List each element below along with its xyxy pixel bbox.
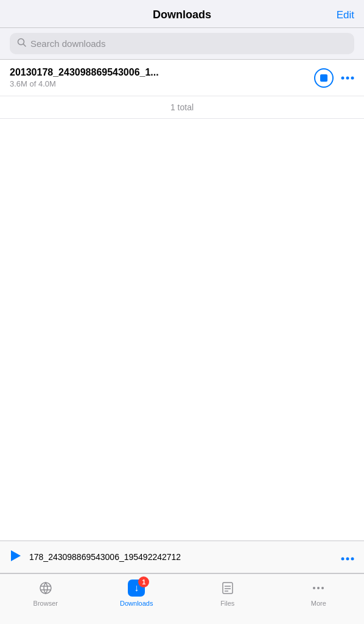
more-icon	[310, 580, 326, 596]
download-more-button[interactable]	[341, 76, 354, 80]
downloads-icon-wrap: ↓ 1	[127, 579, 145, 597]
search-container: Search downloads	[0, 28, 364, 60]
mini-player: 178_243098869543006_195492242712	[0, 541, 364, 573]
download-item: 20130178_243098869543006_1... 3.6M of 4.…	[0, 60, 364, 96]
play-button[interactable]	[10, 549, 22, 566]
tab-downloads[interactable]: ↓ 1 Downloads	[91, 579, 183, 607]
more-icon-wrap	[309, 579, 327, 597]
download-filename: 20130178_243098869543006_1...	[10, 67, 308, 78]
svg-point-14	[313, 587, 315, 589]
files-tab-label: Files	[220, 600, 234, 607]
edit-button[interactable]: Edit	[337, 9, 354, 21]
total-count: 1 total	[0, 96, 364, 119]
tab-files[interactable]: Files	[182, 579, 273, 607]
search-icon	[17, 38, 27, 49]
svg-point-15	[317, 587, 320, 589]
download-info: 20130178_243098869543006_1... 3.6M of 4.…	[10, 67, 308, 88]
svg-point-3	[346, 76, 349, 79]
content-area: 20130178_243098869543006_1... 3.6M of 4.…	[0, 60, 364, 119]
svg-point-4	[351, 76, 354, 79]
svg-point-2	[341, 76, 345, 79]
stop-icon	[320, 74, 327, 82]
stop-download-button[interactable]	[314, 68, 334, 88]
svg-point-6	[346, 557, 349, 560]
search-bar[interactable]: Search downloads	[10, 33, 354, 54]
browser-icon-wrap	[37, 579, 55, 597]
more-tab-label: More	[311, 600, 326, 607]
svg-point-16	[321, 587, 324, 589]
search-placeholder: Search downloads	[30, 38, 105, 49]
downloads-badge: 1	[138, 576, 149, 587]
tab-bar: Browser ↓ 1 Downloads Files	[0, 573, 364, 624]
svg-line-1	[23, 44, 26, 46]
downloads-tab-label: Downloads	[120, 600, 153, 607]
page-title: Downloads	[153, 9, 211, 21]
tab-browser[interactable]: Browser	[0, 579, 91, 607]
browser-tab-label: Browser	[33, 600, 58, 607]
header: Downloads Edit	[0, 0, 364, 28]
browser-icon	[38, 580, 54, 596]
download-actions	[314, 68, 354, 88]
svg-rect-10	[223, 583, 233, 594]
download-size: 3.6M of 4.0M	[10, 79, 308, 88]
svg-point-5	[341, 557, 345, 560]
files-icon-wrap	[219, 579, 237, 597]
mini-player-more-button[interactable]	[341, 551, 354, 564]
svg-point-7	[351, 557, 354, 560]
files-icon	[220, 580, 236, 596]
mini-player-filename: 178_243098869543006_195492242712	[29, 552, 334, 562]
tab-more[interactable]: More	[273, 579, 365, 607]
